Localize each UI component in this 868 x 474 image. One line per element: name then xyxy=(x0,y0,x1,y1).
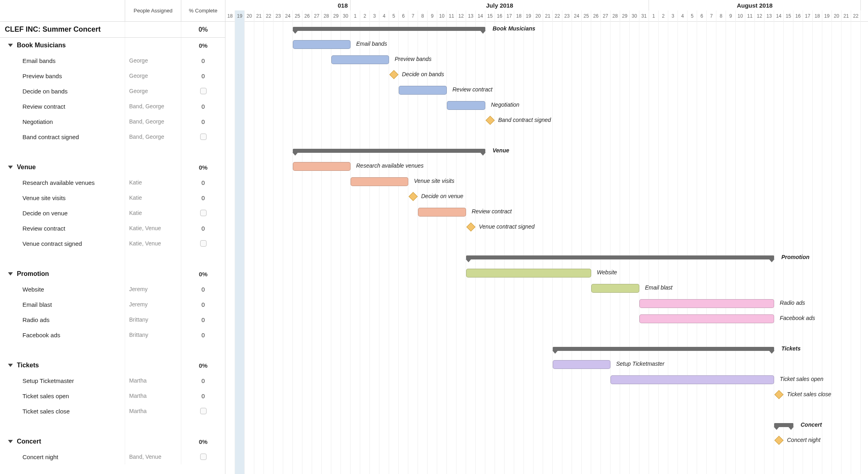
task-bar[interactable] xyxy=(610,375,774,384)
task-bar[interactable] xyxy=(418,208,466,217)
collapse-caret-icon[interactable] xyxy=(8,440,13,443)
complete-value: 0 xyxy=(201,377,205,384)
row-name: Radio ads xyxy=(22,316,50,323)
row-people xyxy=(125,358,181,373)
row-name: Ticket sales open xyxy=(22,393,69,399)
day-label: 29 xyxy=(620,10,630,22)
timeline-row: Band contract signed xyxy=(225,113,868,128)
project-row[interactable]: CLEF INC: Summer Concert 0% xyxy=(0,22,225,38)
task-row[interactable]: Radio ads Brittany 0 xyxy=(0,312,225,327)
summary-bar[interactable] xyxy=(293,149,485,153)
task-row[interactable]: Website Jeremy 0 xyxy=(0,282,225,297)
task-row[interactable]: Decide on venue Katie xyxy=(0,205,225,221)
milestone-icon[interactable] xyxy=(466,223,476,232)
task-bar[interactable] xyxy=(447,101,485,110)
complete-checkbox[interactable] xyxy=(200,408,207,414)
bar-label: Ticket sales close xyxy=(787,391,831,397)
timeline[interactable]: 018July 2018August 2018 1819202122232425… xyxy=(225,0,868,474)
complete-checkbox[interactable] xyxy=(200,134,207,140)
timeline-row: Venue xyxy=(225,144,868,159)
summary-bar[interactable] xyxy=(774,423,793,427)
day-label: 30 xyxy=(630,10,639,22)
group-row[interactable]: Book Musicians 0% xyxy=(0,38,225,53)
milestone-icon[interactable] xyxy=(409,192,418,201)
task-row[interactable]: Ticket sales open Martha 0 xyxy=(0,388,225,403)
task-row[interactable]: Ticket sales close Martha xyxy=(0,403,225,419)
row-people: George xyxy=(125,68,181,83)
group-row[interactable]: Tickets 0% xyxy=(0,358,225,373)
row-name: Review contract xyxy=(22,225,65,232)
complete-value: 0% xyxy=(199,271,208,278)
collapse-caret-icon[interactable] xyxy=(8,166,13,169)
task-bar[interactable] xyxy=(553,360,610,369)
group-row[interactable]: Promotion 0% xyxy=(0,266,225,282)
day-label: 18 xyxy=(225,10,235,22)
task-bar[interactable] xyxy=(351,177,408,186)
milestone-icon[interactable] xyxy=(775,436,784,445)
task-bar[interactable] xyxy=(639,314,774,323)
timeline-row: Facebook ads xyxy=(225,311,868,326)
task-bar[interactable] xyxy=(639,299,774,308)
row-name: Book Musicians xyxy=(17,42,66,49)
task-row[interactable]: Facebook ads Brittany 0 xyxy=(0,327,225,342)
group-row[interactable]: Concert 0% xyxy=(0,434,225,449)
task-bar[interactable] xyxy=(293,40,351,49)
complete-checkbox[interactable] xyxy=(200,88,207,94)
day-label: 16 xyxy=(495,10,505,22)
task-row[interactable]: Venue contract signed Katie, Venue xyxy=(0,236,225,251)
day-label: 20 xyxy=(245,10,254,22)
task-row[interactable]: Preview bands George 0 xyxy=(0,68,225,83)
task-row[interactable]: Email bands George 0 xyxy=(0,53,225,68)
bar-label: Email blast xyxy=(645,284,672,291)
day-label: 14 xyxy=(476,10,485,22)
bar-label: Preview bands xyxy=(395,56,432,62)
milestone-icon[interactable] xyxy=(486,116,495,125)
task-row[interactable]: Negotiation Band, George 0 xyxy=(0,114,225,129)
task-row[interactable]: Email blast Jeremy 0 xyxy=(0,297,225,312)
day-label: 13 xyxy=(466,10,476,22)
row-people: Martha xyxy=(125,388,181,403)
task-row[interactable]: Setup Ticketmaster Martha 0 xyxy=(0,373,225,388)
milestone-icon[interactable] xyxy=(775,390,784,399)
milestone-icon[interactable] xyxy=(389,70,399,79)
row-people xyxy=(125,434,181,449)
task-row[interactable]: Band contract signed Band, George xyxy=(0,129,225,144)
complete-checkbox[interactable] xyxy=(200,240,207,247)
timeline-row: Website xyxy=(225,265,868,281)
task-bar[interactable] xyxy=(293,162,351,171)
collapse-caret-icon[interactable] xyxy=(8,44,13,47)
row-people: Brittany xyxy=(125,327,181,342)
task-bar[interactable] xyxy=(591,284,639,293)
task-row[interactable]: Review contract Katie, Venue 0 xyxy=(0,221,225,236)
task-bar[interactable] xyxy=(331,55,389,64)
row-people: Jeremy xyxy=(125,297,181,312)
summary-bar[interactable] xyxy=(293,27,485,31)
task-bar[interactable] xyxy=(399,86,447,95)
row-people: Band, Venue xyxy=(125,449,181,464)
spacer-row xyxy=(225,403,868,418)
timeline-row: Tickets xyxy=(225,342,868,357)
row-name: Review contract xyxy=(22,103,65,110)
task-row[interactable]: Research available venues Katie 0 xyxy=(0,175,225,190)
complete-checkbox[interactable] xyxy=(200,454,207,460)
day-label: 10 xyxy=(736,10,745,22)
summary-bar[interactable] xyxy=(553,347,774,351)
day-label: 1 xyxy=(351,10,360,22)
task-row[interactable]: Review contract Band, George 0 xyxy=(0,99,225,114)
project-title: CLEF INC: Summer Concert xyxy=(0,25,125,34)
day-label: 19 xyxy=(822,10,832,22)
complete-value: 0 xyxy=(201,194,205,201)
summary-bar[interactable] xyxy=(466,255,774,259)
task-row[interactable]: Venue site visits Katie 0 xyxy=(0,190,225,205)
row-people: Band, George xyxy=(125,129,181,144)
complete-checkbox[interactable] xyxy=(200,210,207,216)
task-row[interactable]: Concert night Band, Venue xyxy=(0,449,225,464)
collapse-caret-icon[interactable] xyxy=(8,272,13,275)
collapse-caret-icon[interactable] xyxy=(8,364,13,367)
group-row[interactable]: Venue 0% xyxy=(0,160,225,175)
task-bar[interactable] xyxy=(466,269,591,278)
timeline-row: Concert xyxy=(225,418,868,433)
bar-label: Tickets xyxy=(781,345,801,352)
task-row[interactable]: Decide on bands George xyxy=(0,83,225,99)
day-label: 21 xyxy=(543,10,553,22)
